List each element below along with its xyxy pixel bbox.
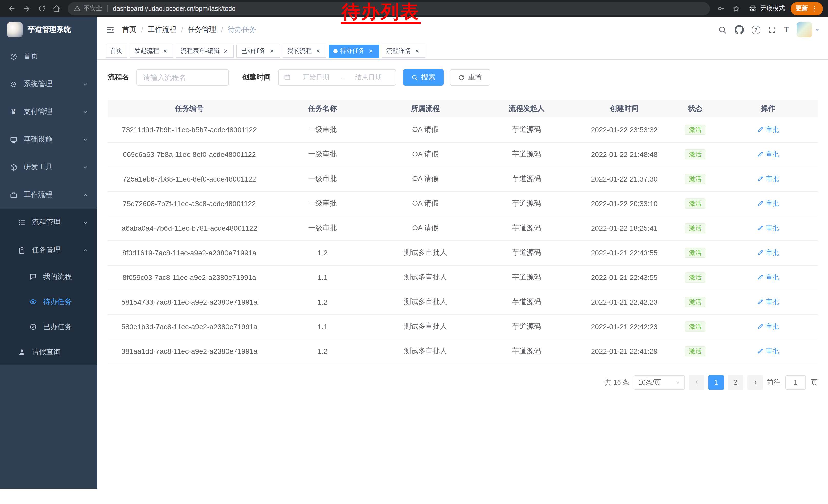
page-button-1[interactable]: 1 [708,375,724,390]
sidebar-item-my-process[interactable]: 我的流程 [0,264,97,289]
next-page-button[interactable] [747,375,763,390]
cell-status: 激活 [672,142,718,167]
close-icon[interactable]: × [413,47,421,55]
breadcrumb-workflow[interactable]: 工作流程 [148,25,176,34]
sidebar-item-infra[interactable]: 基础设施 [0,126,97,153]
approve-link[interactable]: 审批 [757,224,779,233]
tab-home[interactable]: 首页 [106,44,127,58]
reset-button[interactable]: 重置 [450,69,490,86]
tab-process-form-edit[interactable]: 流程表单-编辑 × [176,44,234,58]
approve-link[interactable]: 审批 [757,174,779,184]
edit-pencil-icon [757,225,763,231]
search-button[interactable] [718,26,727,34]
close-icon[interactable]: × [222,47,229,55]
search-submit-button[interactable]: 搜索 [403,69,444,86]
approve-link[interactable]: 审批 [757,150,779,159]
help-button[interactable]: ? [752,26,760,34]
cell-status: 激活 [672,240,718,265]
sidebar-item-workflow[interactable]: 工作流程 [0,181,97,209]
reload-icon [38,5,45,12]
approve-link[interactable]: 审批 [757,125,779,134]
search-button-label: 搜索 [421,73,436,82]
close-icon[interactable]: × [268,47,276,55]
font-size-button[interactable]: T [784,26,789,34]
page-unit-label: 页 [811,378,818,387]
gear-icon [9,80,17,88]
password-manager-button[interactable] [715,2,728,15]
tab-process-detail[interactable]: 流程详情 × [382,44,425,58]
cell-process: OA 请假 [374,191,477,216]
tab-my-process[interactable]: 我的流程 × [283,44,326,58]
home-button[interactable] [50,2,63,15]
task-mgmt-submenu: 我的流程 待办任务 已办任务 [0,264,97,339]
tab-initiate-process[interactable]: 发起流程 × [130,44,173,58]
approve-link[interactable]: 审批 [757,248,779,258]
back-icon [8,4,16,12]
sidebar-item-system[interactable]: 系统管理 [0,70,97,98]
sidebar-item-done-tasks[interactable]: 已办任务 [0,314,97,339]
sidebar-item-home[interactable]: 首页 [0,43,97,70]
status-badge: 激活 [685,125,705,135]
sidebar-item-todo-tasks[interactable]: 待办任务 [0,289,97,314]
cell-created-at: 2022-01-22 21:48:48 [576,142,672,167]
sidebar-item-leave-query[interactable]: 请假查询 [0,339,97,365]
edit-pencil-icon [757,249,763,256]
pagination: 共 16 条 10条/页 1 2 前往 [108,375,818,400]
sidebar-item-task-mgmt[interactable]: 任务管理 [0,236,97,264]
sidebar-collapse-button[interactable] [106,25,115,34]
sidebar-menu: 首页 系统管理 ¥ 支付管理 [0,43,97,365]
forward-button[interactable] [20,2,33,15]
main-area: 首页 / 工作流程 / 任务管理 / 待办任务 ? [97,17,828,489]
approve-link[interactable]: 审批 [757,297,779,307]
cell-created-at: 2022-01-21 22:42:23 [576,314,672,339]
close-icon[interactable]: × [367,47,374,55]
fullscreen-button[interactable] [768,26,776,34]
back-button[interactable] [5,2,18,15]
process-name-input[interactable] [136,69,229,86]
github-button[interactable] [735,25,744,34]
user-avatar [797,22,812,37]
sidebar-item-label: 工作流程 [24,190,76,199]
approve-link-label: 审批 [766,322,779,331]
eye-icon [29,298,37,306]
sidebar-item-process-mgmt[interactable]: 流程管理 [0,209,97,236]
address-bar[interactable]: 不安全 dashboard.yudao.iocoder.cn/bpm/task/… [68,2,710,15]
app-logo[interactable]: 芋道管理系统 [0,17,97,43]
close-icon[interactable]: × [315,47,322,55]
col-actions: 操作 [718,100,818,118]
user-menu[interactable] [797,22,820,37]
col-process: 所属流程 [374,100,477,118]
sidebar-item-devtools[interactable]: 研发工具 [0,153,97,181]
navbar-actions: ? T [718,22,820,37]
reload-button[interactable] [35,2,48,15]
goto-page-input[interactable] [785,375,806,390]
bookmark-button[interactable] [730,2,743,15]
browser-update-button[interactable]: 更新 ⋮ [791,2,823,15]
page-size-select[interactable]: 10条/页 [633,375,685,390]
cell-status: 激活 [672,118,718,142]
cell-task-name: 一级审批 [271,142,374,167]
date-range-picker[interactable]: 开始日期 - 结束日期 [278,69,396,86]
breadcrumb-home[interactable]: 首页 [122,25,136,34]
approve-link[interactable]: 审批 [757,273,779,282]
prev-page-button[interactable] [689,375,704,390]
tab-done-tasks[interactable]: 已办任务 × [237,44,280,58]
cell-task-id: 58154733-7ac8-11ec-a9e2-a2380e71991a [108,290,271,314]
page-button-2[interactable]: 2 [728,375,743,390]
approve-link[interactable]: 审批 [757,322,779,331]
chevron-down-icon [815,27,820,32]
cell-action: 审批 [718,240,818,265]
cell-task-name: 一级审批 [271,167,374,191]
approve-link[interactable]: 审批 [757,199,779,208]
close-icon[interactable]: × [162,47,169,55]
cell-process: OA 请假 [374,142,477,167]
sidebar-item-payment[interactable]: ¥ 支付管理 [0,98,97,126]
tab-label: 流程表单-编辑 [180,47,219,55]
url-text: dashboard.yudao.iocoder.cn/bpm/task/todo [113,5,236,12]
breadcrumb-task-mgmt[interactable]: 任务管理 [188,25,216,34]
tab-todo-tasks[interactable]: 待办任务 × [329,44,379,58]
table-row: a6aba0a4-7b6d-11ec-b781-acde48001122一级审批… [108,216,818,240]
cell-initiator: 芋道源码 [477,339,576,364]
approve-link[interactable]: 审批 [757,347,779,356]
sidebar-item-label: 基础设施 [24,135,76,144]
